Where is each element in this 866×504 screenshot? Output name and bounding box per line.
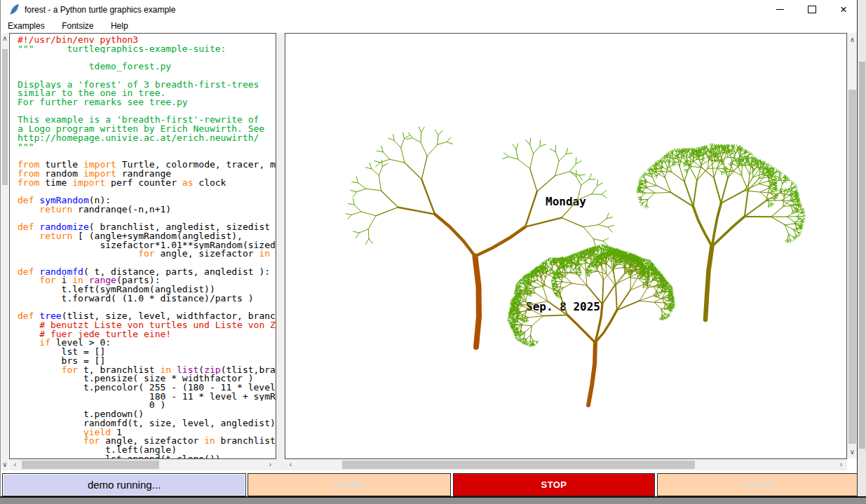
menu-item-fontsize[interactable]: Fontsize xyxy=(55,19,100,31)
close-button[interactable]: × xyxy=(831,0,856,19)
clear-button[interactable]: CLEAR xyxy=(657,473,858,496)
code-vscroll-thumb[interactable] xyxy=(2,49,8,185)
canvas-scrollbar-horizontal[interactable]: ‹ › xyxy=(285,459,847,470)
minimize-icon xyxy=(776,9,784,10)
start-button[interactable]: START xyxy=(248,473,451,496)
code-scrollbar-vertical[interactable]: ∧ ∨ xyxy=(1,33,8,470)
outer-scrollbar-thumb[interactable] xyxy=(859,62,865,449)
stop-button[interactable]: STOP xyxy=(453,473,655,496)
close-icon: × xyxy=(840,4,847,15)
menubar: Examples Fontsize Help xyxy=(1,19,858,33)
graphics-pane: Monday Sep. 8 2025 xyxy=(285,33,847,459)
maximize-button[interactable] xyxy=(799,0,825,19)
window-titlebar[interactable]: forest - a Python turtle graphics exampl… xyxy=(1,0,858,19)
scroll-right-icon[interactable]: › xyxy=(837,459,846,470)
scroll-down-icon[interactable]: ∨ xyxy=(1,461,8,469)
turtle-canvas xyxy=(285,34,846,458)
app-window: forest - a Python turtle graphics exampl… xyxy=(0,0,857,497)
canvas-vscroll-thumb[interactable] xyxy=(848,90,856,444)
window-title: forest - a Python turtle graphics exampl… xyxy=(25,5,175,15)
code-hscroll-thumb[interactable] xyxy=(22,461,159,469)
app-feather-icon xyxy=(9,4,20,15)
canvas-scrollbar-vertical[interactable]: ∧ ∨ xyxy=(847,33,858,458)
status-label: demo running... xyxy=(2,473,246,496)
scroll-left-icon[interactable]: ‹ xyxy=(11,459,20,470)
minimize-button[interactable] xyxy=(767,0,792,19)
control-bar: demo running... START STOP CLEAR xyxy=(1,473,858,496)
code-content: #!/usr/bin/env python3""" turtlegraphics… xyxy=(10,34,276,459)
scroll-right-icon[interactable]: › xyxy=(266,459,275,470)
code-editor[interactable]: #!/usr/bin/env python3""" turtlegraphics… xyxy=(9,33,276,459)
canvas-hscroll-thumb[interactable] xyxy=(342,461,695,469)
maximize-icon xyxy=(808,6,816,13)
code-scrollbar-horizontal[interactable]: ‹ › xyxy=(9,459,276,470)
window-bottom-edge xyxy=(0,496,866,504)
scroll-up-icon[interactable]: ∧ xyxy=(847,35,858,44)
pane-sash[interactable] xyxy=(276,33,285,470)
scroll-up-icon[interactable]: ∧ xyxy=(1,34,8,43)
menu-item-examples[interactable]: Examples xyxy=(1,19,52,31)
menu-item-help[interactable]: Help xyxy=(104,19,135,31)
scroll-down-icon[interactable]: ∨ xyxy=(847,447,858,456)
scroll-left-icon[interactable]: ‹ xyxy=(286,459,295,470)
